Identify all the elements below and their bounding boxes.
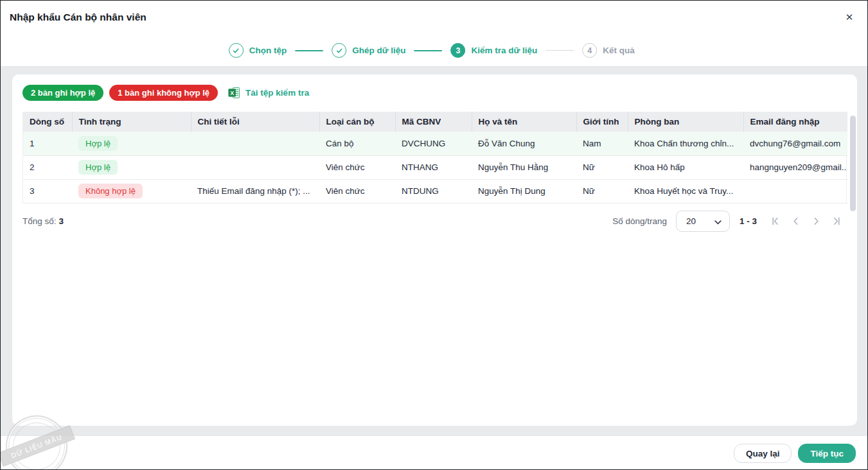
step-ket-qua[interactable]: 4 Kết quả — [582, 43, 635, 58]
step-number-badge: 4 — [582, 43, 597, 58]
first-page-button[interactable] — [765, 211, 785, 232]
invalid-count-badge: 1 bản ghi không hợp lệ — [109, 85, 218, 101]
cell-department: Khoa Hô hấp — [628, 155, 743, 179]
summary-row: 2 bản ghi hợp lệ 1 bản ghi không hợp lệ … — [22, 85, 847, 101]
step-connector — [295, 50, 323, 51]
content-panel: 2 bản ghi hợp lệ 1 bản ghi không hợp lệ … — [12, 74, 857, 426]
cell-gender: Nam — [576, 132, 628, 155]
cell-name: Nguyễn Thu Hằng — [472, 155, 576, 179]
status-badge: Hợp lệ — [78, 160, 118, 175]
modal-header: Nhập khẩu Cán bộ nhân viên ✕ Chọn tệp Gh… — [1, 1, 867, 67]
table-header-row: Dòng số Tình trạng Chi tiết lỗi Loại cán… — [23, 112, 847, 132]
next-page-button[interactable] — [806, 211, 826, 232]
cell-type: Viên chức — [319, 179, 395, 203]
total-count: Tổng số:3 — [22, 216, 64, 226]
step-chon-tep[interactable]: Chọn tệp — [229, 43, 287, 58]
cell-name: Đỗ Văn Chung — [472, 132, 576, 155]
col-header-department: Phòng ban — [628, 112, 743, 132]
cell-status: Hợp lệ — [72, 132, 191, 155]
valid-count-badge: 2 bản ghi hợp lệ — [22, 85, 103, 101]
last-page-button[interactable] — [826, 211, 847, 232]
step-ghep-du-lieu[interactable]: Ghép dữ liệu — [332, 43, 405, 58]
cell-error — [191, 132, 319, 155]
col-header-error: Chi tiết lỗi — [191, 112, 319, 132]
step-done-check-icon — [229, 43, 244, 58]
prev-page-button[interactable] — [785, 211, 806, 232]
step-connector — [545, 50, 574, 51]
table-row[interactable]: 1 Hợp lệ Cán bộ DVCHUNG Đỗ Văn Chung Nam… — [23, 132, 847, 155]
cell-line: 1 — [23, 132, 72, 155]
pagination: Số dòng/trang 20 1 - 3 — [612, 211, 847, 232]
cell-type: Viên chức — [319, 155, 395, 179]
cell-code: NTDUNG — [395, 179, 472, 203]
cell-gender: Nữ — [576, 179, 628, 203]
cell-status: Không hợp lệ — [72, 179, 191, 203]
excel-icon: X — [228, 87, 240, 99]
svg-text:X: X — [230, 90, 234, 96]
col-header-gender: Giới tính — [576, 112, 628, 132]
col-header-type: Loại cán bộ — [319, 112, 395, 132]
close-icon[interactable]: ✕ — [842, 10, 857, 25]
chevron-down-icon — [714, 216, 722, 227]
col-header-name: Họ và tên — [472, 112, 576, 132]
stepper: Chọn tệp Ghép dữ liệu 3 Kiểm tra dữ liệu… — [229, 43, 635, 58]
table-footer: Tổng số:3 Số dòng/trang 20 1 - 3 — [22, 211, 847, 232]
col-header-status: Tình trạng — [72, 112, 191, 132]
table-row[interactable]: 3 Không hợp lệ Thiếu Email đăng nhập (*)… — [23, 179, 847, 203]
page-range: 1 - 3 — [740, 216, 757, 226]
cell-line: 3 — [23, 179, 72, 203]
cell-department: Khoa Chấn thương chỉn... — [628, 132, 743, 155]
cell-email: hangnguyen209@gmail.. — [743, 155, 847, 179]
cell-email — [743, 179, 847, 203]
per-page-label: Số dòng/trang — [612, 216, 667, 226]
step-label: Kiểm tra dữ liệu — [471, 46, 537, 55]
col-header-email: Email đăng nhập — [743, 112, 847, 132]
cell-code: DVCHUNG — [395, 132, 472, 155]
table-body: 1 Hợp lệ Cán bộ DVCHUNG Đỗ Văn Chung Nam… — [23, 132, 847, 203]
cell-status: Hợp lệ — [72, 155, 191, 179]
step-connector — [414, 50, 442, 51]
cell-gender: Nữ — [576, 155, 628, 179]
cell-error: Thiếu Email đăng nhập (*); ... — [191, 179, 319, 203]
cell-name: Nguyễn Thị Dung — [472, 179, 576, 203]
per-page-select[interactable]: 20 — [676, 211, 730, 232]
step-done-check-icon — [332, 43, 346, 58]
status-badge: Không hợp lệ — [78, 184, 143, 198]
col-header-line: Dòng số — [23, 112, 72, 132]
status-badge: Hợp lệ — [78, 136, 118, 151]
cell-department: Khoa Huyết học và Truy... — [628, 179, 743, 203]
step-label: Kết quả — [603, 46, 635, 55]
col-header-code: Mã CBNV — [395, 112, 472, 132]
back-button[interactable]: Quay lại — [734, 444, 792, 463]
modal-footer: Quay lại Tiếp tục — [1, 435, 867, 470]
download-check-file-link[interactable]: X Tải tệp kiểm tra — [228, 87, 309, 99]
cell-code: NTHANG — [395, 155, 472, 179]
step-kiem-tra-du-lieu[interactable]: 3 Kiểm tra dữ liệu — [450, 43, 537, 58]
total-value: 3 — [59, 216, 64, 226]
import-modal: Nhập khẩu Cán bộ nhân viên ✕ Chọn tệp Gh… — [0, 0, 868, 470]
step-label: Chọn tệp — [249, 46, 287, 55]
table-row[interactable]: 2 Hợp lệ Viên chức NTHANG Nguyễn Thu Hằn… — [23, 155, 847, 179]
cell-type: Cán bộ — [319, 132, 395, 155]
download-check-file-label: Tải tệp kiểm tra — [245, 88, 309, 98]
continue-button[interactable]: Tiếp tục — [798, 444, 856, 463]
step-label: Ghép dữ liệu — [352, 46, 405, 55]
vertical-scrollbar[interactable] — [850, 116, 856, 211]
validation-table: Dòng số Tình trạng Chi tiết lỗi Loại cán… — [22, 112, 847, 204]
cell-error — [191, 155, 319, 179]
modal-title: Nhập khẩu Cán bộ nhân viên — [10, 12, 146, 23]
cell-line: 2 — [23, 155, 72, 179]
cell-email: dvchung76@gmail.com — [743, 132, 847, 155]
step-number-badge: 3 — [450, 43, 465, 58]
